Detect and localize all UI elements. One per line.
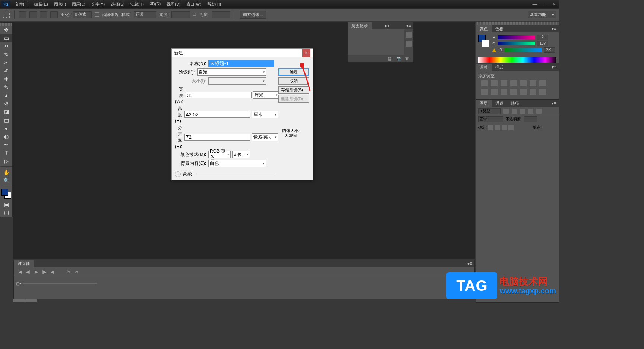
tab-adjustments[interactable]: 调整 (476, 64, 492, 71)
foreground-color[interactable] (1, 189, 8, 196)
lock-pixels-icon[interactable] (495, 125, 500, 130)
style-dropdown[interactable]: 正常 (134, 11, 156, 18)
trash-icon[interactable]: 🗑 (405, 56, 410, 61)
menu-image[interactable]: 图像(I) (51, 1, 69, 7)
play-icon[interactable]: ▶ (35, 270, 38, 274)
lock-position-icon[interactable] (502, 125, 507, 130)
tab-paths[interactable]: 路径 (507, 100, 523, 107)
move-tool-icon[interactable]: ✥ (0, 26, 12, 34)
lasso-tool-icon[interactable]: ౧ (0, 42, 12, 50)
quickmask-icon[interactable]: ▣ (0, 200, 12, 208)
screenmode-icon[interactable]: ▢ (0, 208, 12, 217)
layer-kind-dropdown[interactable]: ρ 类型 (478, 108, 501, 114)
brightness-icon[interactable] (481, 80, 488, 86)
exposure-icon[interactable] (510, 80, 517, 86)
menu-type[interactable]: 文字(Y) (88, 1, 108, 7)
blend-mode-dropdown[interactable]: 正常 (478, 116, 503, 122)
bit-depth-dropdown[interactable]: 8 位▾ (232, 151, 250, 158)
quick-select-tool-icon[interactable]: ✎ (0, 50, 12, 59)
doc-tab[interactable] (25, 299, 37, 302)
gradient-tool-icon[interactable]: ▤ (0, 116, 12, 124)
height-input[interactable] (212, 11, 230, 18)
photo-filter-icon[interactable] (481, 89, 488, 95)
invert-icon[interactable] (510, 89, 517, 95)
r-value[interactable]: 2 (537, 35, 548, 40)
preset-dropdown[interactable]: 自定▾ (197, 68, 266, 76)
height-unit-dropdown[interactable]: 厘米▾ (252, 111, 278, 118)
brush-tool-icon[interactable]: ✎ (0, 83, 12, 91)
feather-input[interactable]: 0 像素 (73, 11, 92, 18)
hand-tool-icon[interactable]: ✋ (0, 168, 12, 176)
panel-menu-icon[interactable]: ▾≡ (465, 261, 474, 266)
type-tool-icon[interactable]: T (0, 149, 12, 157)
vibrance-icon[interactable] (520, 80, 527, 86)
panel-menu-icon[interactable]: ▾≡ (404, 23, 413, 28)
ok-button[interactable]: 确定 (278, 68, 309, 76)
hue-icon[interactable] (530, 80, 536, 86)
panel-menu-icon[interactable]: ▾≡ (549, 65, 559, 70)
advanced-toggle[interactable]: ⌄ (175, 171, 181, 177)
maximize-button[interactable]: □ (540, 0, 549, 8)
tab-timeline[interactable]: 时间轴 (14, 260, 34, 267)
history-brush-tool-icon[interactable]: ↺ (0, 100, 12, 108)
first-frame-icon[interactable]: |◀ (18, 270, 22, 274)
resolution-unit-dropdown[interactable]: 像素/英寸▾ (252, 133, 278, 141)
tab-swatches[interactable]: 色板 (492, 25, 507, 32)
subtract-selection-icon[interactable] (40, 11, 47, 18)
path-select-tool-icon[interactable]: ▷ (0, 157, 12, 165)
resolution-input[interactable] (184, 134, 250, 141)
width-input[interactable] (171, 11, 190, 18)
pen-tool-icon[interactable]: ✒ (0, 141, 12, 149)
width-unit-dropdown[interactable]: 厘米▾ (253, 91, 279, 99)
tool-preset-icon[interactable] (3, 12, 10, 18)
swap-icon[interactable]: ⇄ (193, 12, 196, 17)
filter-smart-icon[interactable] (536, 109, 542, 114)
b-slider[interactable] (504, 48, 542, 52)
new-snapshot-icon[interactable]: ▧ (387, 56, 392, 61)
collapse-icon[interactable]: ▸▸ (383, 23, 392, 28)
color-mode-dropdown[interactable]: RGB 颜色▾ (208, 151, 231, 158)
menu-help[interactable]: 帮助(H) (204, 1, 224, 7)
last-frame-icon[interactable]: ◀ (51, 270, 54, 274)
prev-frame-icon[interactable]: ◀| (26, 270, 30, 274)
panel-grip[interactable] (476, 22, 559, 25)
blur-tool-icon[interactable]: ● (0, 124, 12, 132)
color-swatch[interactable] (478, 35, 489, 47)
save-preset-button[interactable]: 存储预设(S)... (278, 86, 309, 94)
intersect-selection-icon[interactable] (50, 11, 58, 18)
workspace-dropdown[interactable]: 基本功能 ▾ (528, 11, 556, 18)
panel-menu-icon[interactable]: ▾≡ (549, 26, 559, 31)
clone-stamp-tool-icon[interactable]: ▲ (0, 91, 12, 100)
history-icon[interactable] (406, 32, 412, 38)
timeline-zoom-slider[interactable] (23, 283, 97, 284)
bg-content-dropdown[interactable]: 白色▾ (208, 160, 266, 167)
cancel-button[interactable]: 取消 (278, 77, 309, 85)
threshold-icon[interactable] (530, 89, 536, 95)
tab-history[interactable]: 历史记录 (348, 22, 372, 29)
r-slider[interactable] (498, 35, 535, 39)
eyedropper-tool-icon[interactable]: ✐ (0, 67, 12, 75)
bw-icon[interactable] (539, 80, 546, 86)
color-ramp[interactable] (478, 57, 556, 63)
channel-mixer-icon[interactable] (491, 89, 498, 95)
transition-icon[interactable]: ▱ (75, 270, 78, 274)
b-value[interactable]: 252 (544, 47, 555, 53)
crop-tool-icon[interactable]: ✂ (0, 59, 12, 67)
posterize-icon[interactable] (520, 89, 527, 95)
camera-icon[interactable]: 📷 (396, 56, 401, 61)
gradient-map-icon[interactable] (539, 89, 546, 95)
opacity-input[interactable] (524, 116, 537, 122)
new-selection-icon[interactable] (19, 11, 26, 18)
name-input[interactable] (208, 60, 274, 67)
marquee-tool-icon[interactable]: ▭ (0, 34, 12, 42)
menu-filter[interactable]: 滤镜(T) (127, 1, 147, 7)
tab-styles[interactable]: 样式 (492, 64, 507, 71)
healing-brush-tool-icon[interactable]: ✚ (0, 75, 12, 83)
refine-edge-button[interactable]: 调整边缘... (240, 11, 266, 19)
filter-pixel-icon[interactable] (503, 109, 509, 114)
background-color[interactable] (482, 40, 489, 47)
g-slider[interactable] (498, 42, 535, 45)
menu-3d[interactable]: 3D(D) (147, 1, 164, 7)
doc-tab[interactable] (13, 299, 25, 302)
g-value[interactable]: 137 (537, 41, 548, 46)
